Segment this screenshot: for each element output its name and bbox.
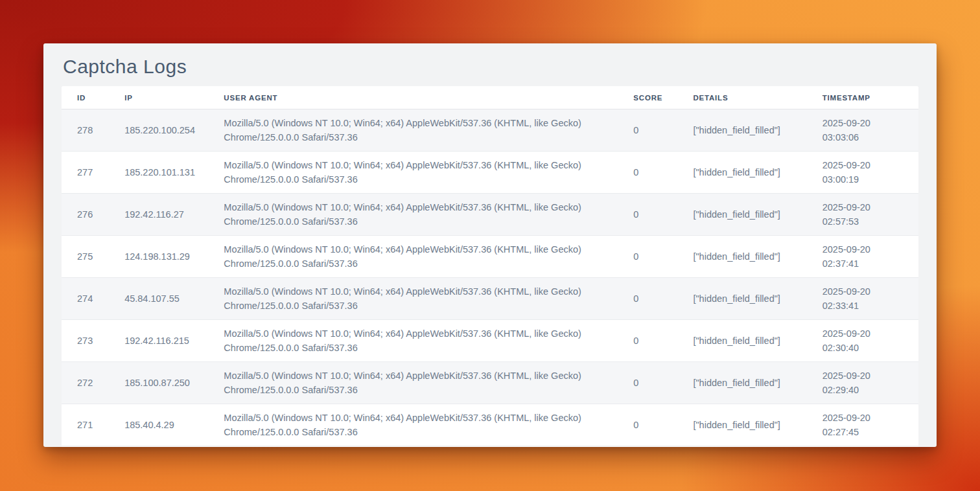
- cell-details: ["hidden_field_filled"]: [693, 236, 822, 278]
- table-row: 275 124.198.131.29 Mozilla/5.0 (Windows …: [62, 236, 918, 278]
- cell-details: ["hidden_field_filled"]: [693, 320, 822, 362]
- cell-id: 278: [62, 109, 124, 152]
- column-header-timestamp: TIMESTAMP: [822, 86, 918, 109]
- cell-score: 0: [633, 152, 693, 194]
- column-header-score: SCORE: [633, 86, 693, 109]
- cell-ip: 185.220.101.131: [124, 152, 224, 194]
- cell-user-agent: Mozilla/5.0 (Windows NT 10.0; Win64; x64…: [224, 362, 633, 404]
- cell-timestamp: 2025-09-20 02:57:53: [822, 194, 918, 236]
- cell-score: 0: [633, 320, 693, 362]
- cell-timestamp: 2025-09-20 02:29:40: [822, 362, 918, 404]
- cell-user-agent: Mozilla/5.0 (Windows NT 10.0; Win64; x64…: [224, 404, 633, 446]
- cell-score: 0: [633, 278, 693, 320]
- logs-table-body: 278 185.220.100.254 Mozilla/5.0 (Windows…: [62, 109, 918, 446]
- table-row: 273 192.42.116.215 Mozilla/5.0 (Windows …: [62, 320, 918, 362]
- table-row: 272 185.100.87.250 Mozilla/5.0 (Windows …: [62, 362, 918, 404]
- column-header-user-agent: USER AGENT: [224, 86, 633, 109]
- cell-id: 277: [62, 152, 124, 194]
- column-header-id: ID: [62, 86, 124, 109]
- cell-timestamp: 2025-09-20 02:37:41: [822, 236, 918, 278]
- cell-ip: 185.220.100.254: [124, 109, 224, 152]
- cell-user-agent: Mozilla/5.0 (Windows NT 10.0; Win64; x64…: [224, 320, 633, 362]
- cell-user-agent: Mozilla/5.0 (Windows NT 10.0; Win64; x64…: [224, 236, 633, 278]
- captcha-logs-card: Captcha Logs ID IP USER AGENT SCORE DETA…: [43, 43, 937, 447]
- cell-id: 276: [62, 194, 124, 236]
- cell-score: 0: [633, 236, 693, 278]
- cell-ip: 185.100.87.250: [124, 362, 224, 404]
- cell-id: 273: [62, 320, 124, 362]
- cell-details: ["hidden_field_filled"]: [693, 362, 822, 404]
- cell-user-agent: Mozilla/5.0 (Windows NT 10.0; Win64; x64…: [224, 152, 633, 194]
- cell-details: ["hidden_field_filled"]: [693, 109, 822, 152]
- column-header-ip: IP: [124, 86, 224, 109]
- table-row: 274 45.84.107.55 Mozilla/5.0 (Windows NT…: [62, 278, 918, 320]
- logs-table-header: ID IP USER AGENT SCORE DETAILS TIMESTAMP: [62, 86, 918, 109]
- cell-timestamp: 2025-09-20 02:33:41: [822, 278, 918, 320]
- cell-score: 0: [633, 362, 693, 404]
- cell-ip: 192.42.116.215: [124, 320, 224, 362]
- cell-id: 271: [62, 404, 124, 446]
- column-header-details: DETAILS: [693, 86, 822, 109]
- cell-score: 0: [633, 109, 693, 152]
- cell-score: 0: [633, 194, 693, 236]
- logs-table-container: ID IP USER AGENT SCORE DETAILS TIMESTAMP…: [62, 86, 918, 447]
- cell-ip: 192.42.116.27: [124, 194, 224, 236]
- cell-user-agent: Mozilla/5.0 (Windows NT 10.0; Win64; x64…: [224, 278, 633, 320]
- table-row: 271 185.40.4.29 Mozilla/5.0 (Windows NT …: [62, 404, 918, 446]
- cell-id: 275: [62, 236, 124, 278]
- cell-user-agent: Mozilla/5.0 (Windows NT 10.0; Win64; x64…: [224, 109, 633, 152]
- logs-table: ID IP USER AGENT SCORE DETAILS TIMESTAMP…: [62, 86, 918, 446]
- cell-ip: 124.198.131.29: [124, 236, 224, 278]
- cell-ip: 185.40.4.29: [124, 404, 224, 446]
- cell-ip: 45.84.107.55: [124, 278, 224, 320]
- cell-timestamp: 2025-09-20 03:03:06: [822, 109, 918, 152]
- cell-id: 274: [62, 278, 124, 320]
- cell-details: ["hidden_field_filled"]: [693, 152, 822, 194]
- table-row: 276 192.42.116.27 Mozilla/5.0 (Windows N…: [62, 194, 918, 236]
- cell-user-agent: Mozilla/5.0 (Windows NT 10.0; Win64; x64…: [224, 194, 633, 236]
- cell-score: 0: [633, 404, 693, 446]
- cell-timestamp: 2025-09-20 03:00:19: [822, 152, 918, 194]
- cell-details: ["hidden_field_filled"]: [693, 404, 822, 446]
- page-title: Captcha Logs: [43, 43, 937, 86]
- cell-id: 272: [62, 362, 124, 404]
- cell-details: ["hidden_field_filled"]: [693, 194, 822, 236]
- cell-details: ["hidden_field_filled"]: [693, 278, 822, 320]
- cell-timestamp: 2025-09-20 02:30:40: [822, 320, 918, 362]
- table-row: 277 185.220.101.131 Mozilla/5.0 (Windows…: [62, 152, 918, 194]
- table-row: 278 185.220.100.254 Mozilla/5.0 (Windows…: [62, 109, 918, 152]
- cell-timestamp: 2025-09-20 02:27:45: [822, 404, 918, 446]
